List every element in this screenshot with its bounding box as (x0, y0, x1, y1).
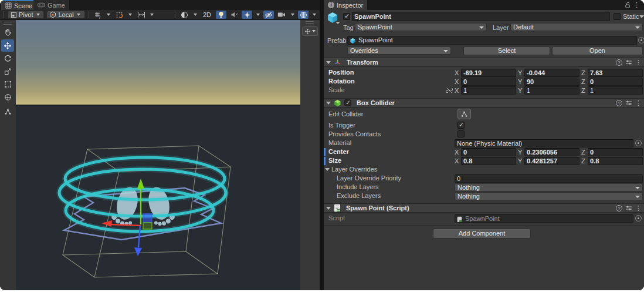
material-picker-icon[interactable] (635, 140, 642, 146)
size-y-field[interactable]: 0.4281257 (524, 157, 579, 165)
snap-increment-caret-icon[interactable] (149, 11, 155, 19)
script-object-field[interactable]: SpawnPoint (455, 214, 633, 223)
component-menu-icon[interactable]: ⋮ (635, 204, 642, 212)
tab-game[interactable]: Game (33, 0, 69, 10)
tab-scene[interactable]: Scene (1, 0, 36, 10)
gizmos-button[interactable] (298, 11, 309, 19)
center-y-field[interactable]: 0.2306056 (524, 148, 579, 156)
active-checkbox[interactable] (343, 13, 350, 20)
effects-caret-icon[interactable] (255, 11, 261, 19)
static-checkbox[interactable] (614, 13, 621, 20)
transform-foldout-icon[interactable] (326, 61, 331, 64)
select-button[interactable]: Select (463, 46, 550, 55)
move-tool-button[interactable] (1, 39, 14, 52)
layer-overrides-foldout-icon[interactable] (325, 168, 330, 171)
component-menu-icon[interactable]: ⋮ (635, 99, 642, 107)
position-z-field[interactable]: 7.63 (588, 69, 643, 77)
scale-z-field[interactable]: 1 (588, 86, 643, 95)
gameobject-name-field[interactable]: SpawnPoint (352, 12, 610, 21)
overrides-dropdown[interactable]: Overrides (347, 46, 451, 55)
gizmo-plane-handle-green[interactable] (143, 223, 152, 229)
open-button[interactable]: Open (552, 46, 643, 55)
tab-inspector[interactable]: i Inspector (324, 0, 367, 10)
grid-caret-icon[interactable] (106, 11, 112, 19)
scene-audio-button[interactable] (229, 11, 239, 19)
box-collider-enabled-checkbox[interactable] (344, 99, 351, 106)
provides-contacts-checkbox[interactable] (457, 130, 465, 137)
inspector-menu-icon[interactable]: ⋮ (633, 1, 640, 9)
edit-collider-button[interactable] (457, 109, 471, 119)
prefab-expand-caret-icon[interactable] (335, 22, 340, 24)
presets-icon[interactable] (625, 59, 632, 66)
spawn-spiral (59, 157, 226, 231)
eye-slash-icon (265, 12, 273, 18)
script-component-header[interactable]: Spawn Point (Script) ? ⋮ (324, 203, 644, 213)
size-x-field[interactable]: 0.8 (461, 157, 516, 165)
prefab-picker-icon[interactable] (638, 37, 644, 43)
scene-viewport[interactable] (16, 20, 300, 290)
gizmos-caret-icon[interactable] (311, 11, 317, 19)
rotation-z-field[interactable]: 0 (588, 78, 643, 86)
size-z-field[interactable]: 0.8 (588, 157, 643, 165)
include-layers-dropdown[interactable]: Nothing (455, 183, 643, 192)
center-x-field[interactable]: 0 (461, 148, 516, 156)
layer-overrides-foldout-row[interactable]: Layer Overrides (324, 166, 644, 174)
hand-tool-button[interactable] (1, 26, 14, 39)
position-x-field[interactable]: -69.19 (461, 69, 516, 77)
snap-caret-icon[interactable] (127, 11, 134, 19)
presets-icon[interactable] (625, 204, 632, 212)
scene-visibility-button[interactable] (263, 11, 274, 19)
gizmo-plane-handle-blue[interactable] (143, 214, 152, 223)
presets-icon[interactable] (625, 99, 632, 106)
scale-y-field[interactable]: 1 (524, 86, 579, 95)
transform-header[interactable]: Transform ? ⋮ (324, 58, 644, 67)
toggle-2d-button[interactable]: 2D (201, 11, 213, 19)
scale-link-icon[interactable] (446, 87, 453, 94)
box-collider-header[interactable]: Box Collider ? ⋮ (324, 98, 644, 108)
static-caret-icon[interactable] (639, 15, 644, 18)
center-z-field[interactable]: 0 (588, 148, 643, 156)
add-component-button[interactable]: Add Component (433, 229, 531, 239)
unlock-icon[interactable] (625, 2, 631, 8)
transform-tool-button[interactable] (1, 91, 14, 103)
pane-divider[interactable] (320, 0, 324, 290)
position-y-field[interactable]: -0.044 (524, 69, 579, 77)
material-object-field[interactable]: None (Physic Material) (455, 139, 633, 147)
help-icon[interactable]: ? (616, 205, 622, 212)
prefab-object-field[interactable]: SpawnPoint (347, 36, 637, 45)
rotation-y-field[interactable]: 90 (524, 78, 579, 86)
component-menu-icon[interactable]: ⋮ (635, 59, 642, 66)
grid-visibility-button[interactable]: y (93, 11, 103, 19)
scale-tool-button[interactable] (1, 65, 14, 78)
overlay-drag-handle[interactable] (4, 22, 12, 25)
edit-collider-tool-button[interactable] (1, 106, 14, 118)
pivot-dropdown[interactable]: Pivot (8, 11, 44, 19)
scene-camera-button[interactable] (276, 11, 287, 19)
scale-x-field[interactable]: 1 (461, 86, 516, 95)
snap-settings-button[interactable] (114, 11, 125, 19)
exclude-layers-dropdown[interactable]: Nothing (455, 192, 643, 200)
layer-dropdown[interactable]: Default (510, 23, 643, 31)
scene-lighting-button[interactable] (216, 11, 226, 19)
script-picker-icon[interactable] (635, 215, 642, 221)
rotation-x-field[interactable]: 0 (461, 78, 516, 86)
local-dropdown[interactable]: Local (46, 11, 84, 19)
rect-tool-button[interactable] (1, 78, 14, 90)
help-icon[interactable]: ? (616, 59, 622, 66)
tag-dropdown[interactable]: SpawnPoint (355, 23, 487, 31)
script-foldout-icon[interactable] (326, 207, 331, 210)
camera-caret-icon[interactable] (289, 11, 296, 19)
shading-mode-button[interactable] (179, 11, 189, 19)
is-trigger-checkbox[interactable] (457, 122, 465, 129)
view-options-overlay-button[interactable] (302, 26, 318, 36)
layer-override-priority-field[interactable]: 0 (455, 174, 643, 183)
shading-caret-icon[interactable] (192, 11, 198, 19)
scene-effects-button[interactable] (242, 11, 252, 19)
snap-increment-button[interactable] (136, 11, 147, 19)
gizmo-axis-x[interactable] (111, 224, 141, 226)
overlay-drag-handle[interactable] (306, 21, 314, 24)
help-icon[interactable]: ? (616, 100, 622, 106)
position-label: Position (328, 69, 354, 76)
rotate-tool-button[interactable] (1, 52, 14, 65)
box-collider-foldout-icon[interactable] (326, 102, 331, 105)
